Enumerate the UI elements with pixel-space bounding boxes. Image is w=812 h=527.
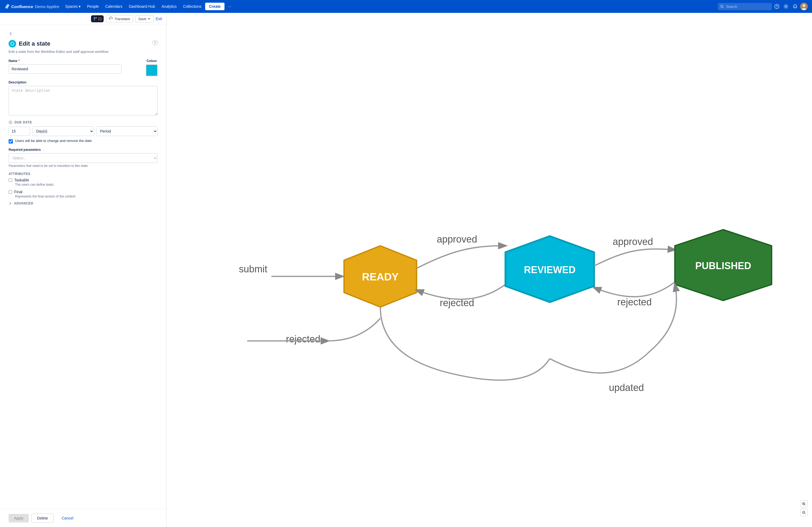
approved-label-1: approved: [437, 234, 477, 245]
search-input[interactable]: [718, 3, 772, 10]
notifications-button[interactable]: [791, 2, 799, 11]
required-params-select[interactable]: Select...: [9, 153, 158, 163]
chevron-down-icon: [147, 17, 151, 20]
delete-button[interactable]: Delete: [31, 514, 54, 523]
settings-button[interactable]: [782, 2, 790, 11]
zoom-out-button[interactable]: [800, 509, 808, 516]
bell-icon: [793, 4, 798, 9]
chevron-down-icon: ▾: [79, 4, 81, 9]
description-textarea[interactable]: [9, 86, 158, 115]
final-row: Final: [9, 190, 158, 194]
taskable-attribute: Taskable The users can define tasks: [9, 178, 158, 186]
left-panel: { } Translator Save Exit: [0, 13, 166, 527]
create-button[interactable]: Create: [205, 3, 224, 10]
svg-line-17: [805, 513, 806, 514]
svg-point-3: [785, 6, 787, 7]
change-date-checkbox-row: Users will be able to change and remove …: [9, 139, 158, 144]
due-date-section-title: Due Date: [9, 120, 158, 124]
nav-collections[interactable]: Collections: [180, 3, 204, 10]
chevron-right-icon: [9, 202, 12, 205]
nav-calendars[interactable]: Calendars: [103, 3, 125, 10]
nav-people[interactable]: People: [84, 3, 102, 10]
nav-spaces[interactable]: Spaces ▾: [62, 3, 84, 10]
help-button[interactable]: ?: [773, 2, 781, 11]
attributes-section: Attributes Taskable The users can define…: [9, 172, 158, 198]
name-label: Name *: [9, 59, 142, 63]
cloud-icon: [109, 17, 113, 21]
top-navigation: Confluence Demo Appfire Spaces ▾ People …: [0, 0, 812, 13]
form-panel: Edit a state ? Edit a state from the Wor…: [0, 25, 166, 509]
zoom-in-button[interactable]: [800, 500, 808, 508]
taskable-desc: The users can define tasks: [15, 183, 158, 186]
user-avatar[interactable]: [800, 3, 808, 10]
colour-picker[interactable]: [146, 64, 158, 76]
nav-dashboard-hub[interactable]: Dashboard Hub: [126, 3, 158, 10]
translator-button[interactable]: Translator: [106, 15, 133, 22]
advanced-section[interactable]: Advanced: [9, 201, 158, 205]
avatar-icon: [800, 3, 808, 10]
cancel-button[interactable]: Cancel: [56, 514, 79, 523]
gear-icon: [784, 4, 788, 9]
approved-edge-2: [594, 249, 675, 266]
rejected-label-1: rejected: [440, 297, 474, 308]
change-date-checkbox[interactable]: [9, 139, 13, 144]
final-checkbox[interactable]: [9, 190, 12, 194]
svg-text:?: ?: [776, 5, 778, 8]
action-bar: Apply Delete Cancel: [0, 509, 166, 527]
required-params-group: Required parameters Select... Parameters…: [9, 148, 158, 168]
clock-icon: [9, 120, 12, 124]
attributes-label: Attributes: [9, 172, 158, 176]
submit-label: submit: [239, 264, 267, 274]
confluence-logo[interactable]: Confluence Demo Appfire: [4, 4, 59, 9]
colour-label: Colour: [146, 59, 158, 63]
name-field-group: Name *: [9, 59, 142, 74]
code-editor-button[interactable]: { }: [91, 15, 104, 22]
updated-label: updated: [609, 382, 644, 393]
name-colour-row: Name * Colour: [9, 59, 158, 76]
rejected-label-2: rejected: [617, 297, 652, 307]
save-button[interactable]: Save: [135, 15, 154, 22]
form-title: Edit a state: [19, 40, 50, 47]
app-instance: Demo Appfire: [35, 4, 59, 9]
search-wrapper: [718, 3, 772, 10]
more-menu-button[interactable]: ···: [226, 3, 234, 10]
back-arrow-icon: [9, 31, 13, 36]
zoom-in-icon: [802, 502, 806, 506]
approved-label-2: approved: [613, 236, 653, 247]
rejected-edge-1: [417, 284, 506, 299]
taskable-checkbox[interactable]: [9, 178, 12, 182]
approved-edge-1: [417, 246, 506, 268]
apply-button[interactable]: Apply: [9, 514, 29, 523]
svg-point-10: [11, 42, 14, 45]
svg-line-13: [805, 505, 806, 506]
due-date-unit-select[interactable]: Day(s) Week(s) Month(s): [32, 126, 94, 136]
updated-edge: [550, 284, 677, 373]
svg-rect-7: [94, 17, 95, 19]
reviewed-label: REVIEWED: [524, 264, 576, 275]
rejected-join: [328, 318, 380, 341]
back-button[interactable]: [9, 31, 13, 36]
required-params-label: Required parameters: [9, 148, 158, 152]
published-label: PUBLISHED: [695, 260, 751, 271]
diagram-area: submit READY approved rejected REVIEWED …: [166, 13, 812, 527]
workflow-diagram[interactable]: submit READY approved rejected REVIEWED …: [166, 13, 812, 527]
form-header: Edit a state ?: [9, 40, 158, 47]
description-field-group: Description: [9, 80, 158, 116]
right-panel: submit READY approved rejected REVIEWED …: [166, 13, 812, 527]
nav-analytics[interactable]: Analytics: [159, 3, 179, 10]
rejected-edge-2: [594, 282, 675, 297]
taskable-row: Taskable: [9, 178, 158, 182]
app-name: Confluence: [11, 4, 33, 9]
svg-rect-9: [94, 19, 95, 20]
final-desc: Represents the final version of the cont…: [15, 195, 158, 198]
rejected-bottom-edge: [380, 307, 550, 380]
change-date-label: Users will be able to change and remove …: [15, 139, 91, 143]
name-input[interactable]: [9, 64, 121, 74]
help-icon[interactable]: ?: [152, 40, 158, 45]
due-date-inputs: Day(s) Week(s) Month(s) Period Before du…: [9, 126, 158, 136]
due-date-number-input[interactable]: [9, 127, 30, 136]
zoom-out-icon: [802, 511, 806, 514]
exit-button[interactable]: Exit: [156, 17, 162, 21]
main-layout: { } Translator Save Exit: [0, 13, 812, 527]
due-date-period-select[interactable]: Period Before due date After due date: [96, 126, 158, 136]
